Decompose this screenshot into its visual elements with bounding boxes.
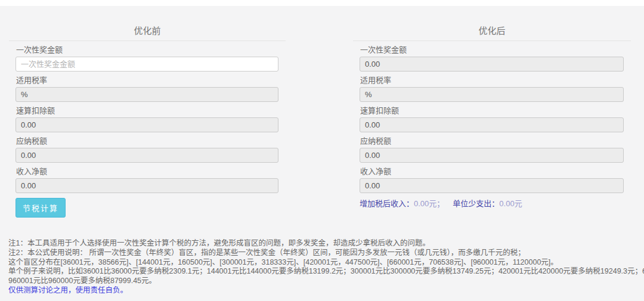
after-bonus-field: 一次性奖金额	[360, 46, 624, 72]
after-tax-income-increase-label: 增加税后收入：	[360, 199, 414, 208]
before-quick-deduction-input	[16, 117, 278, 132]
after-tax-income-increase-value: 0.00元	[414, 199, 436, 208]
panel-after-optimization: 优化后 一次性奖金额 适用税率 速算扣除额 应纳税额 收入净额	[353, 6, 631, 209]
panel-after-title: 优化后	[353, 26, 631, 36]
panel-before-body: 一次性奖金额 适用税率 速算扣除额 应纳税额 收入净额 节税计算	[9, 46, 286, 218]
before-bonus-label: 一次性奖金额	[16, 46, 278, 54]
before-tax-payable-input	[16, 148, 278, 163]
summary-separator: ；	[436, 199, 444, 208]
before-quick-deduction-label: 速算扣除额	[16, 107, 278, 115]
after-net-income-label: 收入净额	[360, 167, 624, 176]
before-tax-payable-label: 应纳税额	[16, 137, 278, 145]
after-quick-deduction-input	[360, 117, 624, 132]
before-quick-deduction-field: 速算扣除额	[16, 107, 278, 132]
page-top-strip	[0, 0, 644, 6]
after-bonus-input	[360, 57, 624, 72]
after-bonus-label: 一次性奖金额	[360, 46, 624, 54]
after-tax-rate-label: 适用税率	[360, 76, 624, 85]
after-tax-payable-label: 应纳税额	[360, 137, 624, 145]
optimization-summary: 增加税后收入：0.00元；单位少支出：0.00元	[360, 199, 624, 209]
after-tax-rate-field: 适用税率	[360, 76, 624, 102]
panel-after-divider	[353, 41, 631, 41]
after-tax-payable-input	[360, 148, 624, 163]
note-examples: 单个例子来说明，比如36001比36000元要多纳税2309.1元；144001…	[8, 267, 644, 277]
before-net-income-label: 收入净额	[16, 167, 278, 176]
tax-saving-calculate-button[interactable]: 节税计算	[16, 198, 66, 218]
after-quick-deduction-label: 速算扣除额	[360, 107, 624, 115]
before-tax-rate-input	[16, 87, 278, 102]
before-tax-payable-field: 应纳税额	[16, 137, 278, 163]
before-net-income-input	[16, 178, 278, 193]
note-blind-zones: 这个盲区分布在[36001元，38566元]、[144001元，160500元]…	[8, 258, 644, 268]
before-tax-rate-field: 适用税率	[16, 76, 278, 102]
panel-after-body: 一次性奖金额 适用税率 速算扣除额 应纳税额 收入净额 增加税后收入：0.00元	[353, 46, 631, 209]
calculator-columns: 优化前 一次性奖金额 适用税率 速算扣除额 应纳税额 收入净额	[0, 6, 644, 218]
after-quick-deduction-field: 速算扣除额	[360, 107, 624, 132]
employer-expense-saving-label: 单位少支出：	[453, 199, 499, 208]
after-net-income-input	[360, 178, 624, 193]
panel-before-divider	[9, 41, 286, 41]
employer-expense-saving-value: 0.00元	[499, 199, 522, 208]
after-net-income-field: 收入净额	[360, 167, 624, 193]
disclaimer-text: 仅供测算讨论之用，使用责任自负。	[8, 286, 644, 296]
panel-before-optimization: 优化前 一次性奖金额 适用税率 速算扣除额 应纳税额 收入净额	[9, 6, 286, 218]
before-bonus-field: 一次性奖金额	[16, 46, 278, 72]
footnotes: 注1：本工具适用于个人选择使用一次性奖金计算个税的方法，避免形成盲区的问题，即多…	[8, 239, 644, 296]
note-examples-continued: 960001元比960000元要多纳税87999.45元。	[8, 277, 644, 286]
before-bonus-input[interactable]	[16, 57, 278, 72]
panel-before-title: 优化前	[9, 26, 286, 36]
note-2: 注2：本公式使用说明： 所谓一次性奖金（年终奖）盲区，指的是某些一次性奖金（年终…	[8, 249, 644, 258]
before-net-income-field: 收入净额	[16, 167, 278, 193]
note-1: 注1：本工具适用于个人选择使用一次性奖金计算个税的方法，避免形成盲区的问题，即多…	[8, 239, 644, 249]
after-tax-payable-field: 应纳税额	[360, 137, 624, 163]
before-tax-rate-label: 适用税率	[16, 76, 278, 85]
after-tax-rate-input	[360, 87, 624, 102]
